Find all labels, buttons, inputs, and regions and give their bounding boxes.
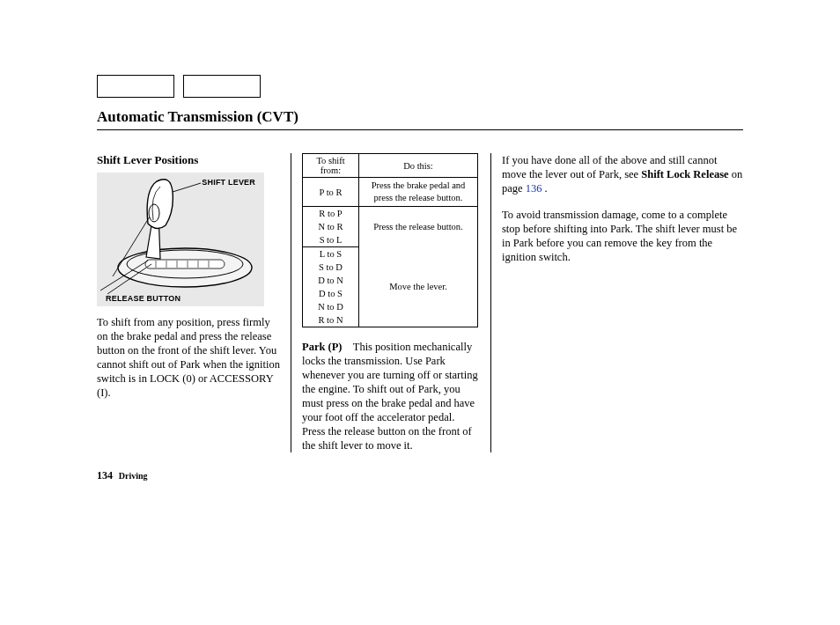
shift-lever-diagram: SHIFT LEVER RELEASE BUTTON <box>97 173 264 306</box>
shift-action-cell: Press the brake pedal and press the rele… <box>359 178 478 207</box>
column-1: Shift Lever Positions SHIFT LEVER RELEAS… <box>97 153 291 452</box>
shift-from-cell: S to D <box>303 261 359 274</box>
shift-action-cell: Move the lever. <box>359 247 478 327</box>
shift-from-cell: R to P <box>303 207 359 221</box>
shift-from-cell: N to D <box>303 300 359 313</box>
park-label: Park (P) <box>302 341 342 353</box>
diagram-label-release-button: RELEASE BUTTON <box>106 294 181 303</box>
park-text: This position mechani­cally locks the tr… <box>302 341 478 452</box>
footer-section: Driving <box>119 471 148 481</box>
header-placeholder-boxes <box>97 75 743 98</box>
col3-para1: If you have done all of the above and st… <box>502 153 743 195</box>
header-box-1 <box>97 75 174 98</box>
shift-from-cell: D to S <box>303 287 359 300</box>
header-box-2 <box>183 75 261 98</box>
park-paragraph: Park (P) This position mechani­cally loc… <box>302 340 480 452</box>
page-title: Automatic Transmission (CVT) <box>97 108 743 130</box>
col1-para1: To shift from any position, press firmly… <box>97 315 280 400</box>
column-3: If you have done all of the above and st… <box>491 153 743 452</box>
shift-lever-icon <box>97 173 264 306</box>
diagram-label-shift-lever: SHIFT LEVER <box>202 178 255 187</box>
shift-from-cell: P to R <box>303 178 359 207</box>
shift-from-cell: R to N <box>303 313 359 327</box>
page-number: 134 <box>97 469 113 482</box>
shift-lever-heading: Shift Lever Positions <box>97 153 280 167</box>
shift-from-cell: N to R <box>303 220 359 233</box>
page-footer: 134 Driving <box>97 469 148 482</box>
shift-table-head-left: To shift from: <box>303 154 359 178</box>
shift-action-cell: Press the release button. <box>359 207 478 247</box>
shift-table-head-right: Do this: <box>359 154 478 178</box>
shift-from-cell: L to S <box>303 247 359 261</box>
col3-para2: To avoid transmission damage, come to a … <box>502 208 743 264</box>
column-2: To shift from: Do this: P to RPress the … <box>291 153 491 452</box>
shift-from-cell: D to N <box>303 274 359 287</box>
svg-rect-2 <box>145 260 225 268</box>
svg-line-10 <box>173 183 201 192</box>
page-136-link[interactable]: 136 <box>526 182 542 195</box>
col3-para1-c: . <box>542 182 547 195</box>
shift-from-cell: S to L <box>303 233 359 247</box>
content-columns: Shift Lever Positions SHIFT LEVER RELEAS… <box>97 153 743 452</box>
shift-lock-release-ref: Shift Lock Release <box>641 168 728 180</box>
shift-table: To shift from: Do this: P to RPress the … <box>302 153 478 327</box>
